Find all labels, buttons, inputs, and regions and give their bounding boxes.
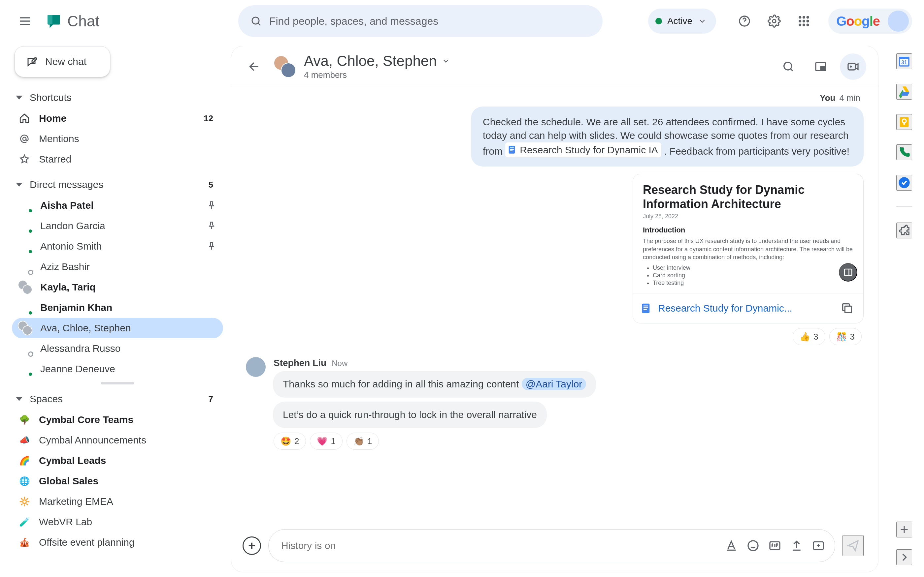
reaction-chip[interactable]: 🤩2 — [273, 433, 306, 450]
nav-mentions[interactable]: Mentions — [12, 129, 223, 149]
chevron-right-icon — [898, 551, 910, 563]
space-item[interactable]: 🔆Marketing EMEA — [12, 491, 223, 512]
open-side-button[interactable] — [839, 263, 857, 282]
dm-item[interactable]: Aziz Bashir — [12, 256, 223, 277]
incoming-meta: Stephen Liu Now — [273, 358, 864, 368]
dm-item[interactable]: Antonio Smith — [12, 236, 223, 256]
reaction-emoji: 🎊 — [836, 332, 847, 342]
svg-point-0 — [252, 17, 259, 24]
pair-avatar-icon — [18, 280, 32, 295]
reaction-chip[interactable]: 🎊3 — [829, 328, 862, 345]
space-item[interactable]: 🌐Global Sales — [12, 471, 223, 491]
reaction-chip[interactable]: 👍3 — [793, 328, 825, 345]
section-shortcuts[interactable]: Shortcuts — [12, 87, 223, 108]
addons-button[interactable] — [896, 222, 912, 239]
space-item[interactable]: 🎪Offsite event planning — [12, 532, 223, 553]
presence-avatar-icon — [18, 259, 32, 274]
status-dot-icon — [655, 18, 662, 24]
help-icon — [738, 15, 751, 28]
space-item[interactable]: 🧪WebVR Lab — [12, 512, 223, 532]
puzzle-icon — [898, 224, 911, 237]
doc-preview-card[interactable]: Research Study for Dynamic Information A… — [633, 174, 864, 324]
dm-label: Jeanne Deneuve — [40, 363, 216, 375]
incoming-message-1: Thanks so much for adding in all this am… — [273, 371, 596, 398]
search-bar[interactable] — [238, 5, 603, 37]
emoji-button[interactable] — [743, 536, 763, 556]
section-dms[interactable]: Direct messages 5 — [12, 174, 223, 195]
search-input[interactable] — [269, 15, 591, 28]
space-emoji-icon: 🌈 — [18, 454, 31, 467]
conversation-avatar — [273, 55, 296, 78]
card-link[interactable]: Research Study for Dynamic... — [658, 303, 832, 314]
add-button[interactable] — [242, 537, 261, 555]
dm-item[interactable]: Aisha Patel — [12, 195, 223, 216]
new-chat-button[interactable]: New chat — [15, 46, 110, 77]
voice-app[interactable] — [896, 144, 912, 160]
compose-input[interactable] — [281, 540, 719, 551]
account-chip[interactable]: Google — [828, 8, 912, 34]
dm-label: Aisha Patel — [40, 200, 199, 211]
card-paragraph: The purpose of this UX research study is… — [643, 237, 853, 261]
outgoing-message: Checked the schedule. We are all set. 26… — [471, 106, 864, 166]
presence-avatar-icon — [18, 239, 32, 253]
dm-item[interactable]: Ava, Chloe, Stephen — [12, 318, 223, 338]
dm-label: Landon Garcia — [40, 220, 199, 232]
main-menu-button[interactable] — [12, 8, 38, 34]
dm-item[interactable]: Alessandra Russo — [12, 338, 223, 359]
apps-button[interactable] — [791, 8, 817, 34]
compose-box[interactable] — [268, 529, 835, 562]
reaction-chip[interactable]: 👏🏽1 — [347, 433, 379, 450]
calendar-app[interactable]: 31 — [896, 53, 912, 69]
collapse-panel-button[interactable] — [896, 549, 912, 565]
dm-item[interactable]: Jeanne Deneuve — [12, 359, 223, 379]
status-label: Active — [667, 16, 692, 26]
chat-search-button[interactable] — [775, 53, 801, 80]
card-bullets: User interviewCard sortingTree testing — [643, 264, 853, 287]
user-avatar[interactable] — [888, 11, 909, 32]
pip-button[interactable] — [808, 53, 834, 80]
home-icon — [18, 112, 31, 125]
tasks-app[interactable] — [896, 175, 912, 190]
space-label: Cymbal Core Teams — [39, 414, 216, 425]
dm-item[interactable]: Benjamin Khan — [12, 297, 223, 318]
space-item[interactable]: 🌈Cymbal Leads — [12, 450, 223, 471]
settings-button[interactable] — [761, 8, 787, 34]
side-panel: 31 — [884, 42, 924, 577]
incoming-message-2: Let’s do a quick run-through to lock in … — [273, 401, 547, 428]
video-upload-button[interactable] — [809, 536, 828, 556]
drive-app[interactable] — [896, 84, 912, 100]
space-item[interactable]: 🌳Cymbal Core Teams — [12, 409, 223, 430]
dm-item[interactable]: Landon Garcia — [12, 216, 223, 236]
presence-avatar-icon — [18, 300, 32, 315]
dm-label: Kayla, Tariq — [40, 282, 216, 293]
keep-app[interactable] — [896, 114, 912, 130]
format-button[interactable] — [721, 536, 741, 556]
reaction-count: 1 — [331, 436, 335, 446]
dm-label: Alessandra Russo — [40, 343, 216, 354]
add-app-button[interactable] — [896, 522, 912, 537]
upload-button[interactable] — [787, 536, 806, 556]
arrow-left-icon — [248, 60, 261, 73]
nav-home[interactable]: Home 12 — [12, 108, 223, 129]
gif-button[interactable] — [765, 536, 785, 556]
back-button[interactable] — [241, 53, 268, 80]
doc-chip[interactable]: Research Study for Dynamic IA — [505, 142, 661, 157]
mention-chip[interactable]: @Aari Taylor — [522, 378, 586, 390]
emoji-icon — [746, 539, 760, 552]
reaction-count: 3 — [850, 332, 855, 342]
video-call-button[interactable] — [840, 53, 866, 80]
section-spaces[interactable]: Spaces 7 — [12, 388, 223, 409]
plus-icon — [898, 524, 910, 535]
drag-handle[interactable] — [12, 382, 223, 385]
dm-item[interactable]: Kayla, Tariq — [12, 277, 223, 297]
help-button[interactable] — [731, 8, 758, 34]
reaction-chip[interactable]: 💗1 — [310, 433, 342, 450]
copy-button[interactable] — [838, 300, 856, 317]
author-avatar[interactable] — [246, 357, 266, 377]
nav-starred[interactable]: Starred — [12, 149, 223, 169]
space-item[interactable]: 📣Cymbal Announcements — [12, 430, 223, 450]
status-chip[interactable]: Active — [648, 8, 716, 34]
send-button[interactable] — [843, 535, 864, 556]
message-scroll[interactable]: You4 min Checked the schedule. We are al… — [231, 85, 878, 527]
conversation-title[interactable]: Ava, Chloe, Stephen — [304, 53, 450, 69]
